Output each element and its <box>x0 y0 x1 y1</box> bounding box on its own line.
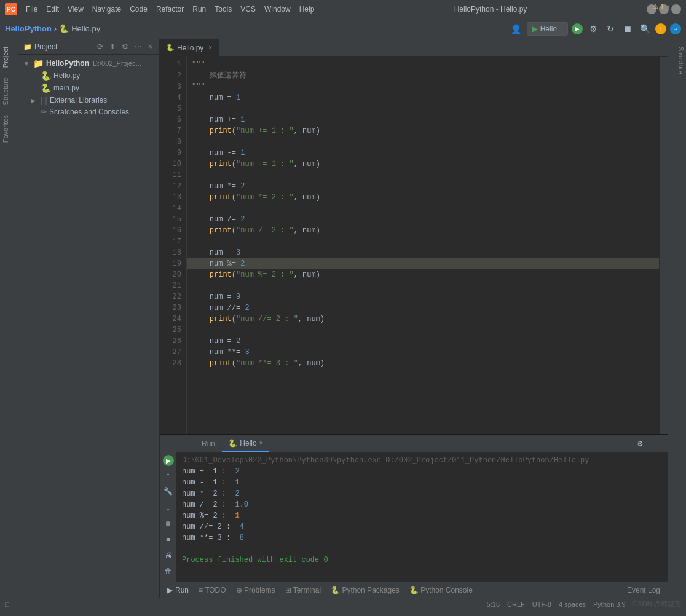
line-numbers: 12345 678910 1112131415 1617181920 21222… <box>160 57 187 434</box>
code-editor[interactable]: """ 赋值运算符 """ num = 1 num += 1 print("nu… <box>187 57 659 434</box>
tree-file-main[interactable]: 🐍 main.py <box>18 82 159 94</box>
tab-close-icon[interactable]: × <box>208 44 212 51</box>
menu-code[interactable]: Code <box>126 4 151 15</box>
search-icon[interactable]: 🔍 <box>638 22 652 36</box>
menu-run[interactable]: Run <box>189 4 210 15</box>
btab-terminal-label: ⊞ Terminal <box>285 586 321 594</box>
code-line-3: """ <box>187 81 659 92</box>
editor-wrapper: 12345 678910 1112131415 1617181920 21222… <box>160 57 668 434</box>
status-bar: □ 5:16 CRLF UTF-8 4 spaces Python 3.9 CS… <box>0 598 686 610</box>
run-output-line-7: num **= 3 : 8 <box>182 532 663 543</box>
gear-icon[interactable]: ⋯ <box>133 42 144 52</box>
code-line-6: num += 1 <box>187 114 659 125</box>
menu-view[interactable]: View <box>64 4 87 15</box>
project-header: 📁 Project ⟳ ⬆ ⚙ ⋯ × <box>18 39 159 55</box>
status-python-version[interactable]: Python 3.9 <box>593 601 626 608</box>
btab-python-console-label: 🐍 Python Console <box>409 586 473 594</box>
stop-output-icon[interactable]: ■ <box>162 516 175 530</box>
tree-external-libraries[interactable]: ▶ ||| External Libraries <box>18 94 159 106</box>
right-scrollbar[interactable] <box>659 57 668 434</box>
build-icon[interactable]: ⚙ <box>586 22 600 36</box>
btab-todo-label: ≡ TODO <box>199 586 226 594</box>
tree-root[interactable]: ▼ 📁 HelloPython D:\002_Projec... <box>18 57 159 69</box>
run-config-icon: ▶ <box>532 25 538 33</box>
breadcrumb-file[interactable]: Hello.py <box>71 24 100 33</box>
run-config-button[interactable]: ▶ Hello ▾ <box>527 22 568 36</box>
extra-icon[interactable]: → <box>670 23 681 34</box>
sidebar-tab-project[interactable]: Project <box>1 42 18 73</box>
breadcrumb: HelloPython › 🐍 Hello.py <box>5 24 510 33</box>
editor-tab-hello[interactable]: 🐍 Hello.py × <box>160 39 219 57</box>
code-line-25 <box>187 325 659 336</box>
right-sidebar: Structure <box>668 39 686 598</box>
code-line-2: 赋值运算符 <box>187 70 659 81</box>
delete-icon[interactable]: 🗑 <box>162 564 175 578</box>
run-panel-settings-icon[interactable]: ⚙ <box>633 437 647 451</box>
status-cursor[interactable]: 5:16 <box>487 601 500 608</box>
stop-icon[interactable]: ⏹ <box>621 22 634 36</box>
sidebar-tab-structure[interactable]: Structure <box>1 73 18 110</box>
btab-python-packages[interactable]: 🐍 Python Packages <box>326 585 404 596</box>
run-tab-close[interactable]: × <box>259 440 263 446</box>
menu-refactor[interactable]: Refactor <box>152 4 187 15</box>
code-line-8 <box>187 136 659 148</box>
sidebar-tab-favorites[interactable]: Favorites <box>1 110 18 148</box>
wrench-icon[interactable]: 🔧 <box>162 484 175 498</box>
project-header-icon: 📁 <box>23 43 32 51</box>
btab-problems[interactable]: ⊕ Problems <box>231 585 280 596</box>
tree-scratches[interactable]: ✏ Scratches and Consoles <box>18 106 159 117</box>
btab-event-log-label: Event Log <box>627 586 660 594</box>
scroll-up-icon[interactable]: ↑ <box>162 468 175 482</box>
breadcrumb-project[interactable]: HelloPython <box>5 24 52 33</box>
run-tab-play-icon: ▶ <box>167 586 173 594</box>
menu-help[interactable]: Help <box>296 4 318 15</box>
align-left-icon[interactable]: ≡ <box>162 532 175 546</box>
project-panel: 📁 Project ⟳ ⬆ ⚙ ⋯ × ▼ 📁 HelloPython D:\0… <box>18 39 160 598</box>
collapse-icon[interactable]: ⬆ <box>108 42 117 52</box>
code-line-1: """ <box>187 59 659 70</box>
menu-file[interactable]: File <box>22 4 41 15</box>
code-line-4: num = 1 <box>187 92 659 103</box>
tab-file-name: Hello.py <box>177 44 203 52</box>
coverage-icon[interactable]: ↻ <box>604 22 617 36</box>
sync-icon[interactable]: ⟳ <box>95 42 105 52</box>
update-icon[interactable]: ↑ <box>655 23 666 34</box>
settings-icon[interactable]: ⚙ <box>120 42 130 52</box>
status-line-ending[interactable]: CRLF <box>507 601 525 608</box>
run-output-path: D:\001_Develop\022_Python\Python39\pytho… <box>182 455 663 466</box>
run-tab-hello[interactable]: 🐍 Hello × <box>222 435 269 452</box>
code-line-26: num = 2 <box>187 336 659 347</box>
menu-navigate[interactable]: Navigate <box>89 4 125 15</box>
btab-event-log[interactable]: Event Log <box>622 585 665 596</box>
btab-todo[interactable]: ≡ TODO <box>194 585 231 596</box>
status-indent[interactable]: 4 spaces <box>559 601 586 608</box>
run-tab-name: Hello <box>240 439 256 448</box>
menu-edit[interactable]: Edit <box>42 4 63 15</box>
btab-python-console[interactable]: 🐍 Python Console <box>404 585 478 596</box>
run-output-line-4: num /= 2 : 1.0 <box>182 499 663 510</box>
tab-file-icon: 🐍 <box>166 44 175 52</box>
menu-tools[interactable]: Tools <box>211 4 235 15</box>
btab-run[interactable]: ▶ Run <box>162 585 194 596</box>
status-watermark: CSDN @韩骏充 <box>633 599 681 609</box>
run-restart-button[interactable]: ▶ <box>163 455 174 466</box>
menu-vcs[interactable]: VCS <box>237 4 259 15</box>
scroll-down-icon[interactable]: ↓ <box>162 500 175 514</box>
btab-problems-label: ⊕ Problems <box>236 586 275 594</box>
user-icon[interactable]: 👤 <box>510 22 523 36</box>
run-content: ▶ ↑ 🔧 ↓ ■ ≡ 🖨 🗑 D:\001_Develop\022_Pytho… <box>160 452 668 582</box>
print-icon[interactable]: 🖨 <box>162 548 175 562</box>
menu-window[interactable]: Window <box>261 4 294 15</box>
run-panel-minimize-icon[interactable]: — <box>649 437 663 451</box>
tree-file-hello[interactable]: 🐍 Hello.py <box>18 69 159 82</box>
bottom-tabs-bar: ▶ Run ≡ TODO ⊕ Problems ⊞ Terminal 🐍 Pyt… <box>160 582 668 598</box>
status-encoding[interactable]: UTF-8 <box>532 601 551 608</box>
code-line-11 <box>187 170 659 181</box>
project-tree: ▼ 📁 HelloPython D:\002_Projec... 🐍 Hello… <box>18 55 159 598</box>
run-button[interactable]: ▶ <box>572 23 583 34</box>
code-line-16: print("num /= 2 : ", num) <box>187 225 659 236</box>
btab-terminal[interactable]: ⊞ Terminal <box>280 585 326 596</box>
run-output: D:\001_Develop\022_Python\Python39\pytho… <box>177 452 668 582</box>
close-panel-icon[interactable]: × <box>146 42 154 52</box>
right-sidebar-tab[interactable]: Structure <box>669 42 686 79</box>
